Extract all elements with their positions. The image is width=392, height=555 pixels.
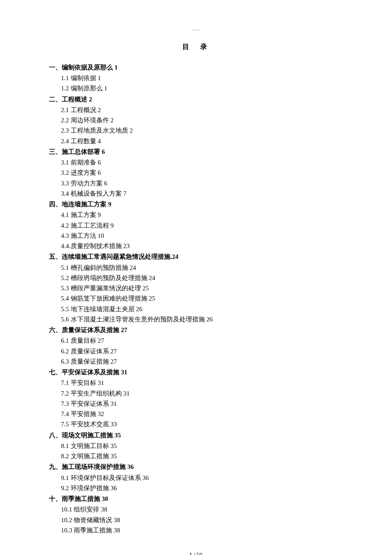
toc-section-title: 八、现场文明施工措施 35 <box>49 431 343 440</box>
toc-subsection: 4.4.质量控制技术措施 23 <box>61 241 343 251</box>
toc-subsection: 7.5 平安技术交底 33 <box>61 419 343 429</box>
toc-subsection: 5.5 地下连续墙混凝土夹层 26 <box>61 304 343 314</box>
toc-subsection: 10.2 物资储藏情况 38 <box>61 515 343 525</box>
toc-section-title: 三、施工总体部署 6 <box>49 147 343 157</box>
toc-subsection: 1.2 编制原那么 1 <box>61 84 343 93</box>
toc-subsection: 7.3 平安保证体系 31 <box>61 399 343 409</box>
toc-subsection: 6.1 质量目标 27 <box>61 336 343 346</box>
toc-container: 一、编制依据及原那么 11.1 编制依据 11.2 编制原那么 1二、工程概述 … <box>49 63 343 535</box>
toc-subsection: 4.2 施工工艺流程 9 <box>61 221 343 231</box>
toc-subsection: 3.2 进度方案 6 <box>61 168 343 178</box>
toc-subsection: 7.4 平安措施 32 <box>61 409 343 419</box>
toc-subsection: 6.3 质量保证措施 27 <box>61 357 343 367</box>
toc-section-title: 五、连续墙施工常遇问题紧急情况处理措施.24 <box>49 252 343 262</box>
toc-subsection: 10.1 组织安排 38 <box>61 505 343 515</box>
toc-subsection: 3.1 前期准备 6 <box>61 158 343 168</box>
toc-subsection: 5.1 槽孔偏斜的预防措施 24 <box>61 263 343 273</box>
toc-subsection: 4.1 施工方案 9 <box>61 210 343 220</box>
toc-section-title: 四、地连墙施工方案 9 <box>49 199 343 209</box>
toc-section-title: 二、工程概述 2 <box>49 95 343 104</box>
page-number-footer: I / 50 <box>49 551 343 555</box>
toc-subsection: 2.1 工程概况 2 <box>61 105 343 115</box>
page-header-mark: --- <box>49 26 343 34</box>
toc-subsection: 6.2 质量保证体系 27 <box>61 347 343 356</box>
toc-subsection: 3.4 机械设备投入方案 7 <box>61 189 343 199</box>
toc-section-title: 七、平安保证体系及措施 31 <box>49 367 343 377</box>
toc-subsection: 7.1 平安目标 31 <box>61 378 343 388</box>
toc-subsection: 2.2 周边环境条件 2 <box>61 116 343 125</box>
toc-subsection: 1.1 编制依据 1 <box>61 73 343 83</box>
toc-subsection: 9.2 环境保护措施 36 <box>61 483 343 493</box>
toc-section-title: 九、施工现场环境保护措施 36 <box>49 462 343 472</box>
toc-subsection: 5.4 钢筋笼下放困难的处理措施 25 <box>61 294 343 304</box>
toc-section-title: 六、质量保证体系及措施 27 <box>49 325 343 335</box>
toc-subsection: 7.2 平安生产组织机构 31 <box>61 389 343 399</box>
toc-title: 目录 <box>58 42 343 52</box>
toc-subsection: 3.3 劳动力方案 6 <box>61 179 343 188</box>
toc-subsection: 8.2 文明施工措施 35 <box>61 451 343 461</box>
toc-subsection: 5.3 槽段严重漏浆情况的处理 25 <box>61 283 343 293</box>
toc-section-title: 一、编制依据及原那么 1 <box>49 63 343 72</box>
toc-subsection: 2.3 工程地质及水文地质 2 <box>61 126 343 136</box>
toc-subsection: 5.6 水下混凝土灌注导管发生意外的预防及处理措施 26 <box>61 315 343 324</box>
toc-subsection: 4.3 施工方法 10 <box>61 231 343 241</box>
toc-section-title: 十、雨季施工措施 38 <box>49 494 343 504</box>
toc-subsection: 10.3 雨季施工措施 38 <box>61 526 343 535</box>
toc-subsection: 8.1 文明施工目标 35 <box>61 441 343 451</box>
toc-subsection: 5.2 槽段坍塌的预防及处理措施 24 <box>61 273 343 283</box>
toc-subsection: 2.4 工程数量 4 <box>61 136 343 146</box>
toc-subsection: 9.1 环境保护目标及保证体系 36 <box>61 473 343 483</box>
